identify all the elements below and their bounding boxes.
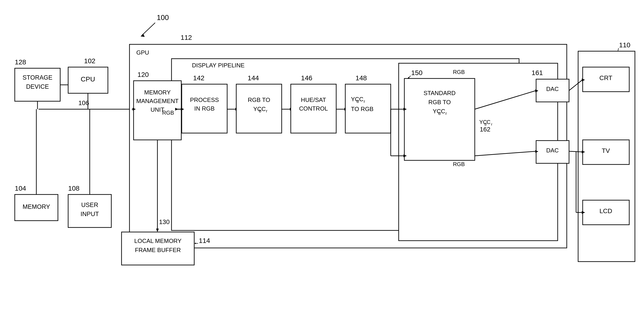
ref-120: 120 bbox=[138, 71, 149, 78]
ref-130: 130 bbox=[159, 218, 170, 225]
rgb-top: RGB bbox=[453, 69, 465, 75]
ref-162: 162 bbox=[480, 126, 490, 133]
storage-line2: DEVICE bbox=[26, 83, 49, 90]
mmu-text2: MANAGEMENT bbox=[136, 98, 178, 104]
ycc-rgb-sub-r: r bbox=[364, 99, 365, 104]
process-rgb-t1: PROCESS bbox=[190, 96, 219, 103]
ycc-right-sub-r: r bbox=[491, 122, 492, 126]
display-pipeline-text: DISPLAY PIPELINE bbox=[192, 62, 245, 69]
dac2-text: DAC bbox=[546, 147, 559, 154]
ycc-rgb-t1c: C bbox=[359, 96, 364, 103]
ref-104: 104 bbox=[15, 185, 26, 192]
user-input-text1: USER bbox=[81, 202, 98, 208]
hue-sat-t1: HUE/SAT bbox=[301, 96, 326, 103]
ref-106-text: 106 bbox=[78, 99, 89, 106]
gpu-text: GPU bbox=[136, 49, 149, 56]
std-t2: RGB TO bbox=[428, 99, 451, 106]
ref-100-text: 100 bbox=[157, 14, 169, 22]
cpu-text: CPU bbox=[81, 75, 95, 83]
tv-text: TV bbox=[602, 147, 610, 154]
hue-sat-t2: CONTROL bbox=[299, 105, 328, 112]
std-sub-r: r bbox=[446, 111, 447, 116]
ref-142: 142 bbox=[193, 74, 204, 82]
ref-146: 146 bbox=[301, 74, 312, 82]
ref-102: 102 bbox=[84, 57, 96, 65]
ref-112: 112 bbox=[180, 34, 192, 41]
ref-150: 150 bbox=[411, 69, 422, 76]
std-t3c: C bbox=[441, 108, 445, 115]
ycc-rgb-sub-b: b bbox=[357, 99, 359, 104]
ref-108: 108 bbox=[68, 185, 80, 192]
main-diagram: 100 106 STORAGE DEVICE 128 CPU 102 MEMOR… bbox=[0, 0, 644, 318]
lmfb-text1: LOCAL MEMORY bbox=[134, 237, 182, 244]
dac1-text: DAC bbox=[546, 86, 559, 92]
std-t1: STANDARD bbox=[424, 90, 456, 96]
ref-161: 161 bbox=[532, 69, 543, 76]
rgb-to-ycc-t2c: C bbox=[262, 106, 266, 112]
process-rgb-t2: IN RGB bbox=[194, 105, 215, 112]
rgb-to-ycc-sub-r: r bbox=[266, 109, 267, 113]
ref-148: 148 bbox=[356, 74, 367, 82]
storage-line1: STORAGE bbox=[22, 74, 52, 81]
ref-128: 128 bbox=[15, 58, 26, 66]
user-input-text2: INPUT bbox=[81, 211, 99, 217]
std-sub-b: b bbox=[438, 111, 441, 116]
rgb-signal-1: RGB bbox=[162, 110, 174, 116]
ref-144: 144 bbox=[248, 74, 259, 82]
ycc-rgb-t2: TO RGB bbox=[351, 106, 374, 112]
lmfb-text2: FRAME BUFFER bbox=[135, 247, 181, 253]
ref-114: 114 bbox=[199, 237, 210, 244]
rgb-to-ycc-sub-b: b bbox=[259, 109, 261, 113]
memory-text: MEMORY bbox=[22, 203, 50, 210]
ycc-right-c: C bbox=[486, 119, 490, 125]
rgb-bottom: RGB bbox=[453, 161, 465, 167]
crt-text: CRT bbox=[599, 74, 612, 81]
rgb-to-ycc-t1: RGB TO bbox=[248, 96, 270, 103]
mmu-text1: MEMORY bbox=[144, 89, 171, 96]
lcd-text: LCD bbox=[600, 207, 612, 215]
ref-110: 110 bbox=[619, 41, 630, 49]
